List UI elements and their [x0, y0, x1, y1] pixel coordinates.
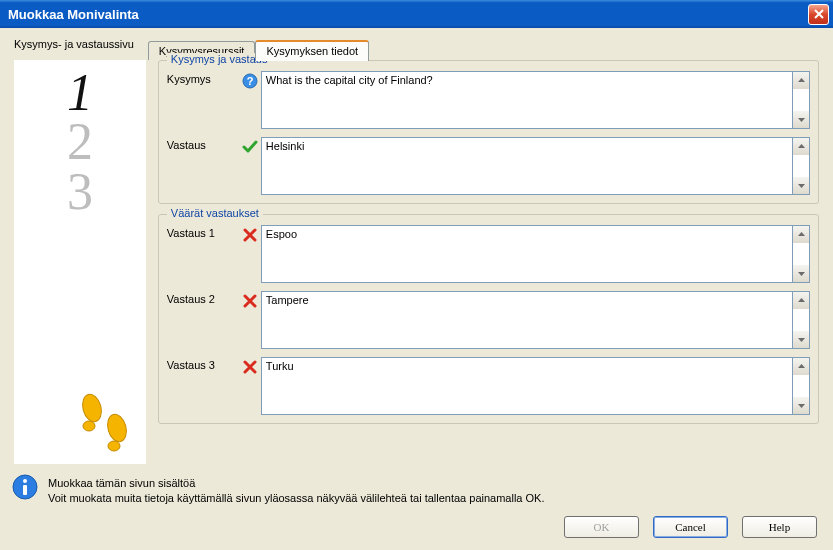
groupbox-question-answer: Kysymys ja vastaus Kysymys ? [158, 60, 819, 204]
groupbox-wrong-answers: Väärät vastaukset Vastaus 1 [158, 214, 819, 424]
scroll-question [793, 71, 810, 129]
dialog-buttons: OK Cancel Help [0, 508, 833, 546]
scroll-wrong-1 [793, 225, 810, 283]
svg-point-2 [105, 412, 130, 444]
wrong-answer-2-input[interactable] [261, 291, 793, 349]
row-answer: Vastaus [167, 137, 810, 195]
row-wrong-2: Vastaus 2 [167, 291, 810, 349]
sidebar-preview: 1 2 3 [14, 60, 146, 464]
label-answer: Vastaus [167, 137, 239, 151]
hint-text: Muokkaa tämän sivun sisältöä Voit muokat… [48, 474, 545, 506]
scroll-wrong-3 [793, 357, 810, 415]
hint-area: Muokkaa tämän sivun sisältöä Voit muokat… [0, 468, 833, 508]
window-title: Muokkaa Monivalinta [8, 7, 808, 22]
cross-icon [239, 357, 261, 375]
label-question: Kysymys [167, 71, 239, 85]
scroll-up-button[interactable] [793, 358, 809, 375]
hint-line-2: Voit muokata muita tietoja käyttämällä s… [48, 491, 545, 506]
row-question: Kysymys ? [167, 71, 810, 129]
svg-point-0 [80, 392, 105, 424]
close-icon [813, 8, 825, 20]
scroll-answer [793, 137, 810, 195]
dialog-body: Kysymys- ja vastaussivu Kysymysresurssit… [0, 28, 833, 550]
scroll-wrong-2 [793, 291, 810, 349]
row-wrong-1: Vastaus 1 [167, 225, 810, 283]
scroll-up-button[interactable] [793, 72, 809, 89]
svg-rect-8 [23, 485, 27, 495]
cross-icon [239, 225, 261, 243]
scroll-down-button[interactable] [793, 397, 809, 414]
sidebar-page-label: Kysymys- ja vastaussivu [14, 38, 134, 50]
close-button[interactable] [808, 4, 829, 25]
wrong-answer-1-input[interactable] [261, 225, 793, 283]
legend-wrong: Väärät vastaukset [167, 207, 263, 219]
scroll-down-button[interactable] [793, 177, 809, 194]
help-button[interactable]: Help [742, 516, 817, 538]
svg-point-3 [108, 441, 120, 451]
help-icon: ? [239, 71, 261, 89]
footsteps-icon [70, 378, 140, 458]
scroll-down-button[interactable] [793, 265, 809, 282]
tab-question-details[interactable]: Kysymyksen tiedot [255, 40, 369, 61]
question-input[interactable] [261, 71, 793, 129]
title-bar: Muokkaa Monivalinta [0, 0, 833, 28]
ok-button[interactable]: OK [564, 516, 639, 538]
scroll-up-button[interactable] [793, 226, 809, 243]
cross-icon [239, 291, 261, 309]
cancel-button[interactable]: Cancel [653, 516, 728, 538]
label-wrong-2: Vastaus 2 [167, 291, 239, 305]
scroll-up-button[interactable] [793, 138, 809, 155]
numbers-graphic: 1 2 3 [67, 68, 93, 216]
checkmark-icon [239, 137, 261, 155]
svg-point-7 [23, 479, 27, 483]
answer-input[interactable] [261, 137, 793, 195]
info-icon [12, 474, 38, 500]
svg-text:?: ? [246, 75, 253, 87]
svg-point-1 [83, 421, 95, 431]
wrong-answer-3-input[interactable] [261, 357, 793, 415]
scroll-up-button[interactable] [793, 292, 809, 309]
scroll-down-button[interactable] [793, 111, 809, 128]
hint-line-1: Muokkaa tämän sivun sisältöä [48, 476, 545, 491]
label-wrong-3: Vastaus 3 [167, 357, 239, 371]
row-wrong-3: Vastaus 3 [167, 357, 810, 415]
label-wrong-1: Vastaus 1 [167, 225, 239, 239]
scroll-down-button[interactable] [793, 331, 809, 348]
